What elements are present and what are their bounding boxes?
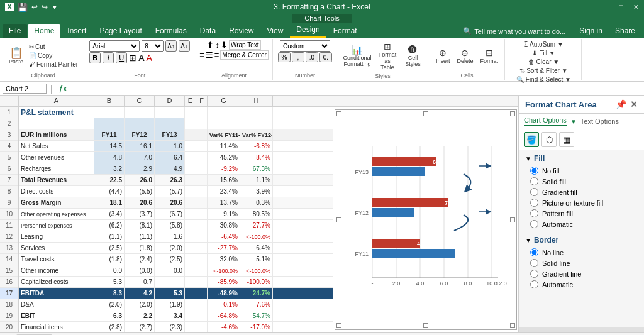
cell-d17[interactable]: 5.3 [155,288,185,299]
grid[interactable]: P&L statement [19,107,333,332]
cell-g4[interactable]: 11.4% [208,141,240,151]
align-bottom-btn[interactable]: ⬇ [221,40,228,50]
tab-home[interactable]: Home [28,24,60,38]
cell-e3[interactable] [185,129,196,140]
cell-b11[interactable]: (6.2) [94,220,125,231]
chart-handle-tl[interactable] [336,111,341,116]
fill-gradient[interactable]: Gradient fill [530,188,638,196]
cell-c8[interactable]: (5.5) [125,186,155,197]
cell-c11[interactable]: (8.1) [125,220,155,231]
clear-btn[interactable]: 🗑 Clear ▼ [526,58,561,66]
cell-b5[interactable]: 4.8 [94,152,125,163]
cell-h2[interactable] [240,118,273,129]
cell-a4[interactable]: Net Sales [19,141,94,151]
chart-handle-ml[interactable] [336,217,341,222]
copy-btn[interactable]: 📄 Copy [27,52,80,60]
cell-d18[interactable]: (1.9) [155,299,185,310]
tab-view[interactable]: View [261,24,290,38]
cell-d5[interactable]: 6.4 [155,152,185,163]
tab-format[interactable]: Format [327,24,364,38]
align-left-btn[interactable]: ≡ [199,50,204,60]
cell-e1[interactable] [185,107,196,118]
cell-c15[interactable]: (0.0) [125,265,155,276]
cell-b13[interactable]: (2.5) [94,243,125,253]
find-select-btn[interactable]: 🔍 Find & Select ▼ [514,75,573,84]
cell-b10[interactable]: (3.4) [94,209,125,219]
align-middle-btn[interactable]: ↕ [215,40,219,50]
cell-a2[interactable] [19,118,94,129]
cell-d8[interactable]: (5.7) [155,186,185,197]
cell-a5[interactable]: Other revenues [19,152,94,163]
cell-c6[interactable]: 2.9 [125,163,155,174]
bold-btn[interactable]: B [89,52,101,63]
cell-g2[interactable] [208,118,240,129]
cell-d9[interactable]: 20.6 [155,197,185,208]
cell-e2[interactable] [185,118,196,129]
undo-icon[interactable]: ↩ [31,3,38,11]
cell-b17[interactable]: 8.3 [94,288,125,299]
formula-input[interactable] [72,85,641,92]
tab-file[interactable]: File [3,24,27,38]
cell-a20[interactable]: Financial items [19,322,94,332]
cell-c19[interactable]: 2.2 [125,310,155,321]
cell-c10[interactable]: (3.7) [125,209,155,219]
chart-container[interactable]: - 2.0 4.0 6.0 8.0 10.0 12.0 FY13 FY12 FY… [335,109,517,330]
share-btn[interactable]: Share [609,24,641,38]
minimize-btn[interactable]: — [602,3,609,11]
cell-c9[interactable]: 20.6 [125,197,155,208]
cell-b7[interactable]: 22.5 [94,175,125,185]
cell-g1[interactable] [208,107,240,118]
increase-decimal-btn[interactable]: .0 [306,52,318,62]
cell-d12[interactable]: 1.6 [155,231,185,242]
cell-h18[interactable]: -7.6% [240,299,273,310]
format-cells-btn[interactable]: ⊟ Format [477,47,501,65]
cell-h8[interactable]: 3.9% [240,186,273,197]
cell-d4[interactable]: 1.0 [155,141,185,151]
paste-btn[interactable]: 📋 Paste [6,46,26,66]
cell-g8[interactable]: 23.4% [208,186,240,197]
cell-d11[interactable]: (5.8) [155,220,185,231]
cell-d14[interactable]: (2.5) [155,254,185,265]
cell-d7[interactable]: 26.3 [155,175,185,185]
cell-h15[interactable]: <-100.0% [240,265,273,276]
chart-handle-bc[interactable] [423,323,428,328]
chart-handle-tc[interactable] [423,111,428,116]
cut-btn[interactable]: ✂ Cut [27,43,80,51]
cell-b18[interactable]: (2.0) [94,299,125,310]
cell-a12[interactable]: Leasing [19,231,94,242]
cell-a13[interactable]: Services [19,243,94,253]
underline-btn[interactable]: U [116,52,127,63]
cell-g16[interactable]: -85.9% [208,277,240,287]
cell-styles-btn[interactable]: 🅐 Cell Styles [402,43,424,69]
cell-a14[interactable]: Travel costs [19,254,94,265]
align-center-btn[interactable]: ☰ [206,50,213,60]
cell-a19[interactable]: EBIT [19,310,94,321]
border-gradient[interactable]: Gradient line [530,270,638,278]
cell-d10[interactable]: (6.7) [155,209,185,219]
cell-b12[interactable]: (1.1) [94,231,125,242]
chart-handle-mr[interactable] [510,217,515,222]
cell-g6[interactable]: -9.2% [208,163,240,174]
scrollbar[interactable] [519,327,644,332]
delete-btn[interactable]: ⊖ Delete [454,47,475,65]
cell-g12[interactable]: -6.4% [208,231,240,242]
border-btn[interactable]: ⊞ [129,53,136,63]
cell-f1[interactable] [196,107,208,118]
font-shrink-btn[interactable]: A↓ [179,40,190,52]
cell-b19[interactable]: 6.3 [94,310,125,321]
effects-tab[interactable]: ⬡ [541,132,557,147]
cell-h16[interactable]: -100.0% [240,277,273,287]
chart-options-tab[interactable]: Chart Options [524,116,567,126]
cell-g11[interactable]: 30.8% [208,220,240,231]
cell-h1[interactable] [240,107,273,118]
cell-h17[interactable]: 24.7% [240,288,273,299]
cell-g13[interactable]: -27.7% [208,243,240,253]
chart-handle-br[interactable] [510,323,515,328]
autosum-btn[interactable]: Σ AutoSum ▼ [522,40,565,48]
align-right-btn[interactable]: ≡ [214,50,219,60]
cell-b14[interactable]: (1.8) [94,254,125,265]
cell-f3[interactable] [196,129,208,140]
cell-b6[interactable]: 3.2 [94,163,125,174]
tab-review[interactable]: Review [223,24,260,38]
fill-automatic[interactable]: Automatic [530,220,638,228]
